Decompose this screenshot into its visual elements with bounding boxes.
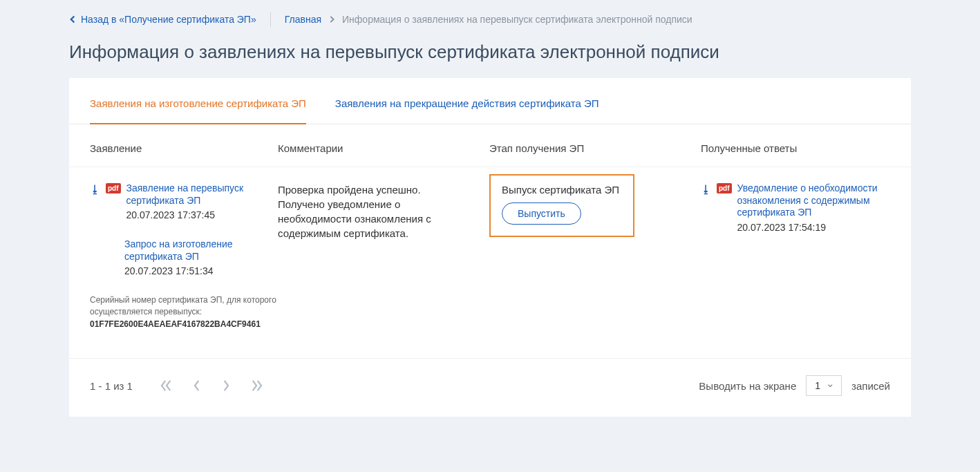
responses-cell: ⭳ pdf Уведомление о необходимости ознако… xyxy=(701,182,890,330)
application-doc-2: Запрос на изготовление сертификата ЭП 20… xyxy=(124,238,278,276)
doc-date: 20.07.2023 17:51:34 xyxy=(124,265,278,276)
serial-block: Серийный номер сертификата ЭП, для котор… xyxy=(90,294,278,330)
pager-next[interactable] xyxy=(222,379,229,392)
pager-prev[interactable] xyxy=(194,379,201,392)
breadcrumb-current: Информация о заявлениях на перевыпуск се… xyxy=(342,14,692,25)
download-icon[interactable]: ⭳ xyxy=(701,183,711,195)
stage-cell: Выпуск сертификата ЭП Выпустить xyxy=(489,182,701,330)
tabs: Заявления на изготовление сертификата ЭП… xyxy=(69,78,911,124)
chevron-right-icon xyxy=(328,16,335,23)
table-row: ⭳ pdf Заявление на перевыпуск сертификат… xyxy=(69,167,911,358)
pager-first[interactable] xyxy=(160,379,173,392)
doc-link[interactable]: Запрос на изготовление сертификата ЭП xyxy=(124,238,278,263)
col-header-comments: Комментарии xyxy=(278,142,489,154)
per-page-value: 1 xyxy=(815,380,820,391)
per-page-select[interactable]: 1 xyxy=(806,375,842,396)
response-doc-1: ⭳ pdf Уведомление о необходимости ознако… xyxy=(701,182,890,233)
pager: 1 - 1 из 1 Выводить на экране 1 xyxy=(69,358,911,417)
pager-arrows xyxy=(160,379,263,392)
stage-highlight-box: Выпуск сертификата ЭП Выпустить xyxy=(489,174,634,237)
doc-link[interactable]: Заявление на перевыпуск сертификата ЭП xyxy=(126,182,278,207)
tab-manufacture[interactable]: Заявления на изготовление сертификата ЭП xyxy=(90,78,306,124)
doc-date: 20.07.2023 17:54:19 xyxy=(737,222,890,233)
stage-title: Выпуск сертификата ЭП xyxy=(502,184,619,196)
pager-last[interactable] xyxy=(250,379,263,392)
application-doc-1: ⭳ pdf Заявление на перевыпуск сертификат… xyxy=(90,182,278,220)
separator xyxy=(270,12,271,27)
content-card: Заявления на изготовление сертификата ЭП… xyxy=(69,78,911,417)
breadcrumb-home[interactable]: Главная xyxy=(285,14,321,25)
col-header-responses: Полученные ответы xyxy=(701,142,890,154)
page-title: Информация о заявлениях на перевыпуск се… xyxy=(69,41,911,63)
pdf-badge: pdf xyxy=(106,183,121,193)
col-header-application: Заявление xyxy=(90,142,278,154)
col-header-stage: Этап получения ЭП xyxy=(489,142,701,154)
per-page-label: Выводить на экране xyxy=(699,380,796,392)
pager-status: 1 - 1 из 1 xyxy=(90,380,133,392)
doc-date: 20.07.2023 17:37:45 xyxy=(126,209,278,220)
comments-cell: Проверка пройдена успешно. Получено увед… xyxy=(278,182,489,330)
records-label: записей xyxy=(851,380,890,392)
chevron-left-icon xyxy=(69,15,77,23)
pdf-badge: pdf xyxy=(717,183,732,193)
download-icon[interactable]: ⭳ xyxy=(90,183,100,195)
back-link-label: Назад в «Получение сертификата ЭП» xyxy=(81,14,256,25)
tab-terminate[interactable]: Заявления на прекращение действия сертиф… xyxy=(335,78,599,124)
table-header: Заявление Комментарии Этап получения ЭП … xyxy=(69,124,911,167)
serial-number: 01F7FE2600E4AEAEAF4167822BA4CF9461 xyxy=(90,319,278,330)
comment-text: Проверка пройдена успешно. Получено увед… xyxy=(278,182,489,240)
application-cell: ⭳ pdf Заявление на перевыпуск сертификат… xyxy=(90,182,278,330)
breadcrumb: Главная Информация о заявлениях на перев… xyxy=(285,14,692,25)
back-link[interactable]: Назад в «Получение сертификата ЭП» xyxy=(69,14,256,25)
doc-link[interactable]: Уведомление о необходимости ознакомления… xyxy=(737,182,890,219)
issue-button[interactable]: Выпустить xyxy=(502,202,581,225)
serial-label: Серийный номер сертификата ЭП, для котор… xyxy=(90,294,278,319)
